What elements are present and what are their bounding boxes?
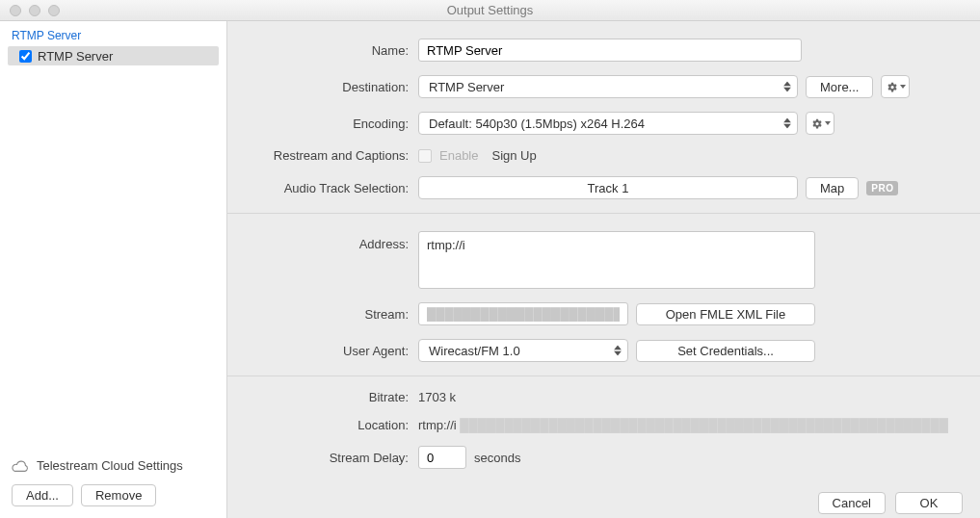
stream-label: Stream: bbox=[247, 307, 418, 322]
open-fmle-button[interactable]: Open FMLE XML File bbox=[636, 303, 815, 325]
select-arrows-icon bbox=[783, 118, 791, 129]
sidebar-item-label: RTMP Server bbox=[38, 49, 113, 64]
cloud-settings-label: Telestream Cloud Settings bbox=[37, 458, 183, 473]
title-bar: Output Settings bbox=[0, 0, 980, 21]
address-label: Address: bbox=[247, 231, 418, 251]
set-credentials-button[interactable]: Set Credentials... bbox=[636, 340, 815, 362]
bitrate-label: Bitrate: bbox=[247, 390, 418, 404]
audio-track-label: Audio Track Selection: bbox=[247, 181, 418, 195]
stream-input[interactable]: ████████████████████████████████ bbox=[418, 302, 628, 325]
gear-icon bbox=[886, 81, 906, 93]
minimize-window-button[interactable] bbox=[29, 5, 40, 16]
destination-more-button[interactable]: More... bbox=[806, 76, 873, 98]
stream-value: ████████████████████████████████ bbox=[427, 307, 620, 322]
user-agent-label: User Agent: bbox=[247, 344, 418, 358]
zoom-window-button[interactable] bbox=[48, 5, 60, 16]
encoding-label: Encoding: bbox=[247, 117, 418, 131]
sidebar-header: RTMP Server bbox=[0, 21, 226, 46]
select-arrows-icon bbox=[614, 346, 622, 356]
telestream-cloud-settings-button[interactable]: Telestream Cloud Settings bbox=[12, 454, 215, 477]
audio-track-value: Track 1 bbox=[588, 181, 629, 195]
cancel-button[interactable]: Cancel bbox=[818, 492, 886, 514]
encoding-gear-button[interactable] bbox=[806, 112, 834, 135]
encoding-value: Default: 540p30 (1.5Mbps) x264 H.264 bbox=[429, 117, 645, 131]
gear-icon bbox=[810, 117, 831, 130]
stream-delay-unit: seconds bbox=[474, 451, 520, 465]
add-button[interactable]: Add... bbox=[12, 484, 73, 506]
bitrate-value: 1703 k bbox=[418, 390, 456, 404]
restream-enable-checkbox bbox=[418, 149, 432, 163]
window-title: Output Settings bbox=[447, 3, 534, 17]
restream-signup-link[interactable]: Sign Up bbox=[491, 148, 536, 163]
user-agent-select[interactable]: Wirecast/FM 1.0 bbox=[418, 339, 628, 362]
name-label: Name: bbox=[247, 43, 418, 58]
destination-gear-button[interactable] bbox=[881, 75, 910, 98]
ok-button[interactable]: OK bbox=[895, 492, 963, 514]
pro-badge: PRO bbox=[866, 181, 898, 195]
sidebar-footer: Telestream Cloud Settings Add... Remove bbox=[0, 447, 226, 518]
encoding-select[interactable]: Default: 540p30 (1.5Mbps) x264 H.264 bbox=[418, 112, 798, 135]
name-input[interactable] bbox=[418, 39, 802, 62]
user-agent-value: Wirecast/FM 1.0 bbox=[429, 344, 520, 358]
sidebar-list: RTMP Server bbox=[0, 46, 226, 65]
audio-track-button[interactable]: Track 1 bbox=[418, 176, 798, 199]
sidebar-item-checkbox[interactable] bbox=[19, 50, 32, 63]
traffic-lights bbox=[0, 5, 60, 16]
address-input[interactable]: rtmp://i bbox=[418, 231, 815, 289]
destination-value: RTMP Server bbox=[429, 80, 504, 94]
select-arrows-icon bbox=[783, 82, 791, 92]
sidebar-item-rtmp-server[interactable]: RTMP Server bbox=[8, 46, 219, 65]
destination-label: Destination: bbox=[247, 80, 418, 94]
stream-delay-input[interactable] bbox=[418, 446, 466, 469]
restream-label: Restream and Captions: bbox=[247, 148, 418, 163]
remove-button[interactable]: Remove bbox=[81, 484, 156, 506]
stream-delay-label: Stream Delay: bbox=[247, 451, 418, 465]
restream-enable-label: Enable bbox=[439, 148, 478, 163]
cloud-icon bbox=[12, 459, 29, 473]
dialog-buttons: Cancel OK bbox=[227, 482, 980, 518]
location-value: rtmp://i ███████████████████████████████… bbox=[418, 418, 948, 432]
location-label: Location: bbox=[247, 418, 418, 432]
audio-track-map-button[interactable]: Map bbox=[806, 177, 859, 199]
content-area: Name: Destination: RTMP Server More... bbox=[227, 21, 980, 518]
destination-select[interactable]: RTMP Server bbox=[418, 75, 798, 98]
close-window-button[interactable] bbox=[10, 5, 21, 16]
sidebar: RTMP Server RTMP Server Telestream Cloud… bbox=[0, 21, 227, 518]
